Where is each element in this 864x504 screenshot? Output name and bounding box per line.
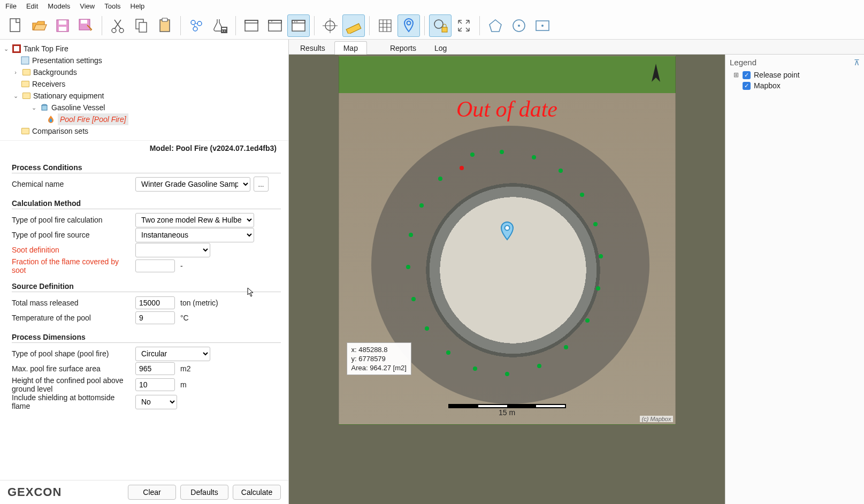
flask-calc-icon[interactable] — [209, 14, 231, 37]
menu-help[interactable]: Help — [131, 2, 145, 10]
new-icon[interactable] — [4, 14, 27, 37]
clear-button[interactable]: Clear — [128, 485, 176, 500]
mapbox-checkbox[interactable]: ✓ — [743, 82, 751, 90]
height-label: Height of the confined pool above ground… — [12, 376, 132, 393]
soot-label: Soot definition — [12, 246, 132, 254]
menu-tools[interactable]: Tools — [104, 2, 120, 10]
height-input[interactable] — [135, 378, 175, 391]
scale-bar: 15 m — [448, 404, 566, 417]
cut-icon[interactable] — [106, 14, 129, 37]
section-process-dims: Process Dimensions — [12, 333, 281, 343]
project-tree[interactable]: ⌄Tank Top Fire Presentation settings ›Ba… — [0, 40, 288, 140]
window2-icon[interactable] — [264, 14, 286, 37]
svg-point-6 — [112, 28, 116, 33]
svg-rect-21 — [245, 20, 258, 31]
area-label: Max. pool fire surface area — [12, 364, 132, 373]
defaults-button[interactable]: Defaults — [180, 485, 228, 500]
soot-fraction-input[interactable] — [135, 259, 175, 272]
tree-poolfire[interactable]: Pool Fire [Pool Fire] — [58, 113, 128, 125]
tree-root[interactable]: Tank Top Fire — [24, 43, 68, 55]
mass-label: Total mass released — [12, 299, 132, 307]
expand-icon[interactable]: ⊞ — [733, 71, 739, 79]
soot-select[interactable] — [135, 243, 210, 257]
calculate-button[interactable]: Calculate — [233, 485, 281, 500]
svg-marker-48 — [652, 64, 660, 82]
chemical-label: Chemical name — [12, 180, 132, 188]
svg-rect-33 — [346, 24, 361, 34]
tree-stationary[interactable]: Stationary equipment — [33, 90, 104, 102]
release-pin-icon[interactable] — [499, 221, 515, 241]
zoom-lock-icon[interactable] — [429, 14, 452, 37]
window1-icon[interactable] — [240, 14, 263, 37]
tab-results[interactable]: Results — [291, 41, 334, 55]
svg-point-29 — [296, 21, 297, 22]
folder-icon — [21, 128, 29, 134]
svg-rect-44 — [14, 46, 19, 51]
calc-type-select[interactable]: Two zone model Rew & Hulbert — [135, 213, 254, 227]
menu-file[interactable]: File — [5, 2, 17, 10]
svg-point-14 — [193, 27, 197, 31]
legend-title: Legend — [730, 58, 756, 67]
tab-map[interactable]: Map — [334, 41, 367, 55]
svg-rect-3 — [59, 27, 66, 31]
svg-rect-26 — [292, 20, 305, 31]
release-checkbox[interactable]: ✓ — [743, 71, 751, 79]
tree-comparison[interactable]: Comparison sets — [32, 125, 88, 137]
expand-arrows-icon[interactable] — [453, 14, 475, 37]
circle-dot-icon[interactable] — [508, 14, 530, 37]
map-attribution: (c) Mapbox — [640, 416, 672, 422]
tree-vessel[interactable]: Gasoline Vessel — [51, 102, 105, 113]
temp-input[interactable] — [135, 311, 175, 324]
property-panel[interactable]: Process Conditions Chemical name Winter … — [0, 156, 288, 480]
crosshair-icon[interactable] — [319, 14, 341, 37]
settings-icon — [20, 56, 30, 65]
soot-fraction-unit: - — [180, 262, 183, 270]
menu-models[interactable]: Models — [48, 2, 70, 10]
window3-icon[interactable] — [287, 14, 310, 37]
menu-view[interactable]: View — [80, 2, 95, 10]
gexcon-logo: GEXCON — [7, 485, 62, 499]
molecule-icon[interactable] — [185, 14, 208, 37]
legend-mapbox[interactable]: Mapbox — [754, 81, 781, 90]
tree-receivers[interactable]: Receivers — [32, 78, 65, 90]
ruler-icon[interactable] — [342, 14, 365, 37]
tree-backgrounds[interactable]: Backgrounds — [33, 66, 77, 78]
grid-icon[interactable] — [374, 14, 396, 37]
svg-rect-47 — [42, 105, 47, 110]
map-viewer[interactable]: Out of date x: 485288.8 y: 6778579 Area:… — [289, 55, 725, 504]
shape-label: Type of pool shape (pool fire) — [12, 349, 132, 358]
area-input[interactable] — [135, 362, 175, 375]
paste-icon[interactable] — [154, 14, 176, 37]
section-source-def: Source Definition — [12, 282, 281, 292]
model-version-label: Model: Pool Fire (v2024.07.1ed4fb3) — [0, 140, 288, 156]
save-as-icon[interactable] — [75, 14, 97, 37]
pin-tool-icon[interactable] — [397, 14, 420, 37]
tab-log[interactable]: Log — [425, 41, 456, 55]
chemical-select[interactable]: Winter Grade Gasoline Sample — [135, 177, 250, 192]
menu-bar: File Edit Models View Tools Help — [0, 0, 864, 12]
tree-presentation[interactable]: Presentation settings — [32, 55, 102, 66]
open-icon[interactable] — [28, 14, 50, 37]
svg-point-28 — [294, 21, 295, 22]
project-icon — [12, 44, 21, 54]
shape-select[interactable]: Circular — [135, 347, 210, 361]
folder-icon — [22, 93, 30, 99]
folder-icon — [22, 69, 30, 75]
source-type-select[interactable]: Instantaneous — [135, 228, 254, 242]
pin-panel-icon[interactable]: ⊼ — [854, 58, 860, 67]
legend-release[interactable]: Release point — [754, 71, 800, 79]
toolbar — [0, 12, 864, 40]
source-type-label: Type of pool fire source — [12, 231, 132, 239]
menu-edit[interactable]: Edit — [26, 2, 38, 10]
save-icon[interactable] — [51, 14, 74, 37]
rect-dot-icon[interactable] — [531, 14, 554, 37]
pentagon-icon[interactable] — [484, 14, 507, 37]
mass-input[interactable] — [135, 296, 175, 309]
shield-select[interactable]: No — [135, 395, 177, 409]
copy-icon[interactable] — [130, 14, 152, 37]
tab-reports[interactable]: Reports — [381, 41, 425, 55]
vessel-icon — [40, 103, 49, 112]
legend-panel: Legend ⊼ ⊞ ✓ Release point ✓ Mapbox — [725, 55, 864, 504]
chemical-browse-button[interactable]: ... — [254, 177, 269, 192]
area-unit: m2 — [180, 364, 190, 373]
